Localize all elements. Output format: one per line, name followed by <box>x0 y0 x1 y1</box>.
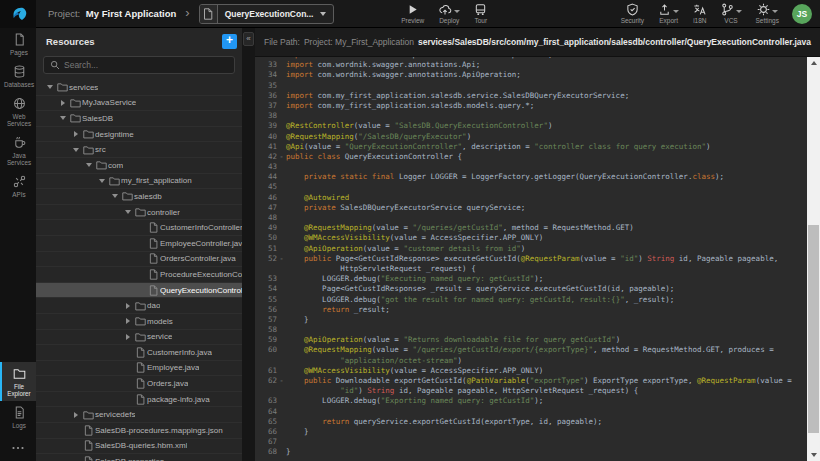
add-resource-button[interactable]: + <box>222 34 237 49</box>
code-line[interactable]: 45 <box>255 182 807 192</box>
open-file-dropdown[interactable]: QueryExecutionCon... <box>199 4 335 24</box>
tree-row[interactable]: com <box>36 158 242 174</box>
code-line[interactable]: 66 } <box>255 427 807 437</box>
tree-twisty-icon[interactable] <box>70 142 81 157</box>
tree-row[interactable]: designtime <box>36 127 242 143</box>
rail-item-pages[interactable]: Pages <box>0 28 36 60</box>
rail-item-databases[interactable]: Databases <box>0 60 36 92</box>
code-line[interactable]: 60 @RequestMapping(value = "/queries/get… <box>255 345 807 355</box>
tree-twisty-icon[interactable] <box>83 158 94 173</box>
tree-twisty-icon[interactable] <box>57 111 68 126</box>
tree-row[interactable]: models <box>36 314 242 330</box>
tour-button[interactable]: Tour <box>474 3 487 24</box>
editor-scrollbar[interactable] <box>807 57 820 461</box>
code-line[interactable]: 61 @WMAccessVisibility(value = AccessSpe… <box>255 366 807 376</box>
tree-row[interactable]: SalesDB-queries.hbm.xml <box>36 439 242 455</box>
code-line[interactable]: 59 @ApiOperation(value = "Returns downlo… <box>255 335 807 345</box>
code-line[interactable]: 67 <box>255 437 807 447</box>
tree-row[interactable]: CustomerInfoController.java <box>36 220 242 236</box>
scroll-up-arrow[interactable] <box>807 57 820 69</box>
tree-twisty-icon[interactable] <box>122 205 133 220</box>
code-line[interactable]: 35 <box>255 81 807 91</box>
search-input[interactable] <box>64 60 228 70</box>
rail-item-java-services[interactable]: Java Services <box>0 131 36 170</box>
tree-row[interactable]: SalesDB.properties <box>36 454 242 461</box>
tree-row[interactable]: Employee.java <box>36 361 242 377</box>
code-line[interactable]: 36import com.my_first_application.salesd… <box>255 91 807 101</box>
code-line[interactable]: "application/octet-stream") <box>255 356 807 366</box>
code-line[interactable]: 46 @Autowired <box>255 193 807 203</box>
scrollbar-thumb[interactable] <box>808 225 819 433</box>
code-line[interactable]: 50 @WMAccessVisibility(value = AccessSpe… <box>255 233 807 243</box>
code-line[interactable]: 52- public Page<GetCustIdResponse> execu… <box>255 254 807 264</box>
tree-row[interactable]: servicedefs <box>36 407 242 423</box>
scroll-down-arrow[interactable] <box>807 449 820 461</box>
tree-row[interactable]: package-info.java <box>36 392 242 408</box>
tree-row[interactable]: services <box>36 80 242 96</box>
code-line[interactable]: 49 @RequestMapping(value = "/queries/get… <box>255 223 807 233</box>
tree-row[interactable]: src <box>36 142 242 158</box>
tree-row[interactable]: my_first_application <box>36 174 242 190</box>
code-line[interactable]: 48 <box>255 213 807 223</box>
tree-row[interactable]: ProcedureExecutionController.java <box>36 267 242 283</box>
code-line[interactable]: 56 return _result; <box>255 305 807 315</box>
tree-row[interactable]: service <box>36 330 242 346</box>
code-line[interactable]: 68} <box>255 447 807 457</box>
i18n-button[interactable]: i18N <box>693 3 706 24</box>
tree-twisty-icon[interactable] <box>122 298 133 313</box>
code-line[interactable]: 40@RequestMapping("/SalesDB/queryExecuto… <box>255 132 807 142</box>
code-line[interactable]: 43 <box>255 162 807 172</box>
security-button[interactable]: Security <box>621 3 644 24</box>
code-line[interactable]: 64 <box>255 407 807 417</box>
deploy-button[interactable]: Deploy <box>438 3 460 24</box>
resource-search[interactable] <box>43 56 235 74</box>
code-line[interactable]: 55 LOGGER.debug("got the result for name… <box>255 295 807 305</box>
export-button[interactable]: Export <box>658 3 679 24</box>
code-line[interactable]: 41@Api(value = "QueryExecutionController… <box>255 142 807 152</box>
vcs-button[interactable]: VCS <box>721 3 742 24</box>
user-avatar[interactable]: JS <box>792 4 812 24</box>
code-line[interactable]: HttpServletRequest _request) { <box>255 264 807 274</box>
tree-row[interactable]: QueryExecutionController.java <box>36 283 242 299</box>
code-line[interactable]: 33import com.wordnik.swagger.annotations… <box>255 60 807 70</box>
tree-twisty-icon[interactable] <box>70 127 81 142</box>
tree-row[interactable]: EmployeeController.java <box>36 236 242 252</box>
code-line[interactable]: 57 } <box>255 315 807 325</box>
rail-item-web-services[interactable]: Web Services <box>0 92 36 131</box>
code-line[interactable]: 34import com.wordnik.swagger.annotations… <box>255 70 807 80</box>
tree-row[interactable]: salesdb <box>36 189 242 205</box>
tree-row[interactable]: SalesDB-procedures.mappings.json <box>36 423 242 439</box>
tree-row[interactable]: CustomerInfo.java <box>36 345 242 361</box>
rail-item-logs[interactable]: Logs <box>0 401 36 433</box>
code-line[interactable]: 47 private SalesDBQueryExecutorService q… <box>255 203 807 213</box>
fold-marker[interactable]: - <box>277 376 286 386</box>
code-line[interactable]: 62- public Downloadable exportGetCustId(… <box>255 376 807 386</box>
code-line[interactable]: 54 Page<GetCustIdResponse> _result = que… <box>255 284 807 294</box>
tree-twisty-icon[interactable] <box>57 95 68 110</box>
code-line[interactable]: 65 return queryService.exportGetCustId(e… <box>255 417 807 427</box>
rail-more-button[interactable] <box>0 433 36 461</box>
fold-marker[interactable]: - <box>277 152 286 162</box>
rail-item-apis[interactable]: APIs <box>0 170 36 202</box>
tree-row[interactable]: controller <box>36 205 242 221</box>
code-line[interactable]: 58 <box>255 325 807 335</box>
project-name[interactable]: My First Application <box>86 8 176 19</box>
tree-twisty-icon[interactable] <box>122 314 133 329</box>
code-line[interactable]: 42-public class QueryExecutionController… <box>255 152 807 162</box>
code-line[interactable]: 51 @ApiOperation(value = "customer detai… <box>255 244 807 254</box>
code-line[interactable]: 39@RestController(value = "SalesDB.Query… <box>255 121 807 131</box>
tree-row[interactable]: SalesDB <box>36 111 242 127</box>
tree-twisty-icon[interactable] <box>122 329 133 344</box>
tree-row[interactable]: OrdersController.java <box>36 252 242 268</box>
settings-button[interactable]: Settings <box>756 3 780 24</box>
tree-row[interactable]: MyJavaService <box>36 96 242 112</box>
tree-twisty-icon[interactable] <box>109 189 120 204</box>
preview-button[interactable]: Preview <box>401 3 424 24</box>
tree-row[interactable]: dao <box>36 298 242 314</box>
tree-twisty-icon[interactable] <box>44 80 55 95</box>
wavemaker-logo[interactable] <box>0 0 36 28</box>
fold-marker[interactable]: - <box>277 254 286 264</box>
code-line[interactable]: 53 LOGGER.debug("Executing named query: … <box>255 274 807 284</box>
tree-row[interactable]: Orders.java <box>36 376 242 392</box>
code-line[interactable]: 37import com.my_first_application.salesd… <box>255 101 807 111</box>
